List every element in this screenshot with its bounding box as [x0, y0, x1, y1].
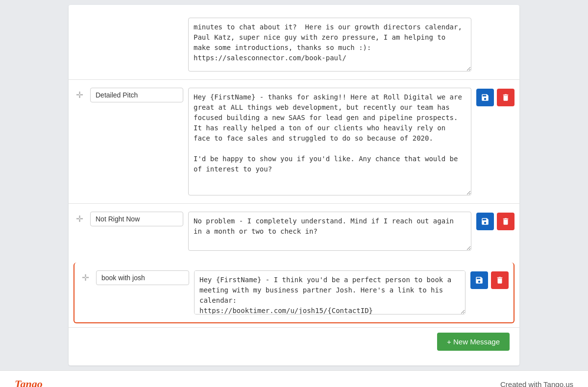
message-textarea-detailed-pitch[interactable]: Hey {FirstName} - thanks for asking!! He… [188, 88, 471, 195]
action-buttons-detailed-pitch [476, 88, 514, 106]
highlighted-row-wrapper: ✛ Hey {FirstName} - I think you'd be a p… [69, 259, 519, 327]
delete-button-detailed-pitch[interactable] [497, 89, 514, 106]
new-message-button[interactable]: + New Message [437, 333, 510, 351]
footer-credit: Created with Tango.us [500, 380, 573, 387]
delete-button-book-with-josh[interactable] [491, 271, 509, 289]
bottom-bar: + New Message [69, 327, 519, 356]
message-textarea-top[interactable]: minutes to chat about it? Here is our gr… [188, 18, 471, 72]
action-buttons-book-with-josh [470, 270, 509, 289]
footer: Tango Created with Tango.us [0, 370, 588, 387]
message-row-book-with-josh: ✛ Hey {FirstName} - I think you'd be a p… [74, 263, 514, 323]
save-button-detailed-pitch[interactable] [476, 89, 494, 106]
name-input-not-right-now[interactable] [90, 212, 183, 226]
message-textarea-not-right-now[interactable]: No problem - I completely understand. Mi… [188, 212, 471, 251]
delete-button-not-right-now[interactable] [497, 213, 514, 230]
message-textarea-book-with-josh[interactable]: Hey {FirstName} - I think you'd be a per… [194, 270, 466, 314]
message-row-top: ⊹ minutes to chat about it? Here is our … [69, 10, 519, 79]
name-input-detailed-pitch[interactable] [90, 88, 183, 102]
message-row-detailed-pitch: ✛ Hey {FirstName} - thanks for asking!! … [69, 79, 519, 203]
footer-logo: Tango [15, 378, 43, 387]
drag-handle-book-with-josh[interactable]: ✛ [79, 270, 91, 283]
save-button-not-right-now[interactable] [476, 213, 494, 230]
action-buttons-not-right-now [476, 212, 514, 230]
message-row-not-right-now: ✛ No problem - I completely understand. … [69, 203, 519, 259]
save-button-book-with-josh[interactable] [470, 271, 488, 289]
drag-handle-not-right-now[interactable]: ✛ [74, 212, 85, 224]
drag-handle-detailed-pitch[interactable]: ✛ [74, 88, 85, 100]
name-input-book-with-josh[interactable] [96, 270, 189, 285]
